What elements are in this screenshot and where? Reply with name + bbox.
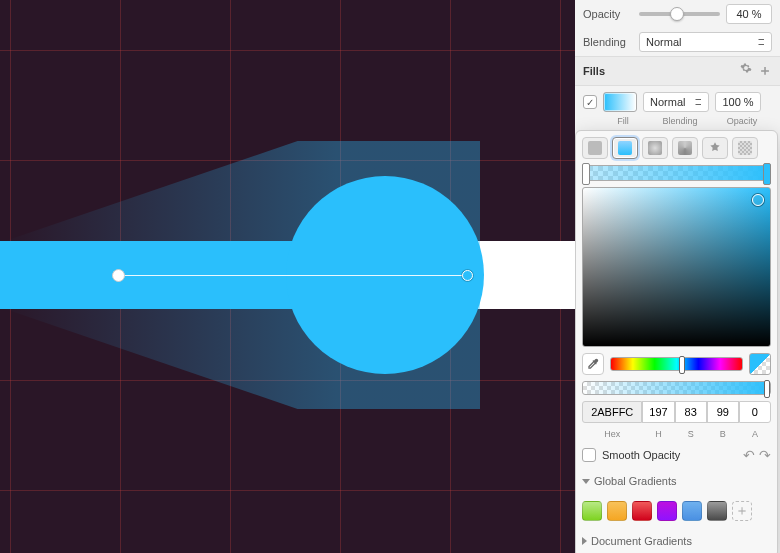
gradient-stops-bar[interactable] [582, 165, 771, 181]
inspector-panel: Opacity 40 % Blending Normal Fills ＋ ✓ N… [575, 0, 780, 553]
global-gradients-disclosure[interactable]: Global Gradients [582, 471, 771, 491]
fill-opacity-sublabel: Opacity [717, 116, 767, 126]
hex-input[interactable] [582, 401, 642, 423]
fill-blend-sublabel: Blending [643, 116, 717, 126]
swatch-orange[interactable] [607, 501, 627, 521]
h-label: H [642, 429, 674, 439]
fills-title: Fills [583, 65, 605, 77]
color-value-inputs [582, 401, 771, 423]
gear-icon[interactable] [740, 62, 752, 80]
global-gradients-label: Global Gradients [594, 475, 677, 487]
swatch-purple[interactable] [657, 501, 677, 521]
fill-type-noise[interactable] [732, 137, 758, 159]
fill-opacity-value[interactable]: 100 % [715, 92, 761, 112]
opacity-value[interactable]: 40 % [726, 4, 772, 24]
add-fill-icon[interactable]: ＋ [758, 62, 772, 80]
fill-type-linear-gradient[interactable] [612, 137, 638, 159]
hex-label: Hex [582, 429, 642, 439]
fill-type-solid[interactable] [582, 137, 608, 159]
swatch-grey[interactable] [707, 501, 727, 521]
document-gradients-label: Document Gradients [591, 535, 692, 547]
h-input[interactable] [642, 401, 674, 423]
chevron-right-icon [582, 537, 587, 545]
fill-type-radial-gradient[interactable] [642, 137, 668, 159]
b-input[interactable] [707, 401, 739, 423]
swatch-green[interactable] [582, 501, 602, 521]
chevron-down-icon [582, 479, 590, 484]
gradient-handle-start[interactable] [112, 269, 125, 282]
document-gradients-disclosure[interactable]: Document Gradients [582, 531, 771, 551]
gradient-stop-start[interactable] [582, 163, 590, 185]
swatch-blue[interactable] [682, 501, 702, 521]
blending-select[interactable]: Normal [639, 32, 772, 52]
smooth-opacity-checkbox[interactable] [582, 448, 596, 462]
saturation-brightness-field[interactable] [582, 187, 771, 347]
opacity-label: Opacity [583, 8, 633, 20]
smooth-opacity-label: Smooth Opacity [602, 449, 680, 461]
fill-swatch[interactable] [603, 92, 637, 112]
a-label: A [739, 429, 771, 439]
gradient-stop-end[interactable] [763, 163, 771, 185]
swatch-red[interactable] [632, 501, 652, 521]
opacity-slider[interactable] [639, 12, 720, 16]
add-swatch-button[interactable]: ＋ [732, 501, 752, 521]
fill-sublabel: Fill [603, 116, 643, 126]
a-input[interactable] [739, 401, 771, 423]
canvas[interactable] [0, 0, 575, 553]
s-input[interactable] [675, 401, 707, 423]
undo-icon[interactable]: ↶ [743, 447, 755, 463]
fills-header: Fills ＋ [575, 56, 780, 86]
b-label: B [707, 429, 739, 439]
global-gradients-swatches: ＋ [582, 497, 771, 525]
sb-cursor[interactable] [752, 194, 764, 206]
blending-label: Blending [583, 36, 633, 48]
current-color-swatch[interactable] [749, 353, 771, 375]
eyedropper-button[interactable] [582, 353, 604, 375]
redo-icon[interactable]: ↷ [759, 447, 771, 463]
fill-blend-select[interactable]: Normal [643, 92, 709, 112]
hue-slider[interactable] [610, 357, 743, 371]
alpha-slider[interactable] [582, 381, 771, 395]
gradient-axis-line[interactable] [118, 275, 468, 276]
gradient-handle-end[interactable] [462, 270, 473, 281]
s-label: S [675, 429, 707, 439]
fill-type-pattern[interactable] [702, 137, 728, 159]
fill-type-angular-gradient[interactable] [672, 137, 698, 159]
color-picker-popover: Hex H S B A Smooth Opacity ↶ ↷ Global Gr… [575, 130, 778, 553]
fill-enabled-checkbox[interactable]: ✓ [583, 95, 597, 109]
